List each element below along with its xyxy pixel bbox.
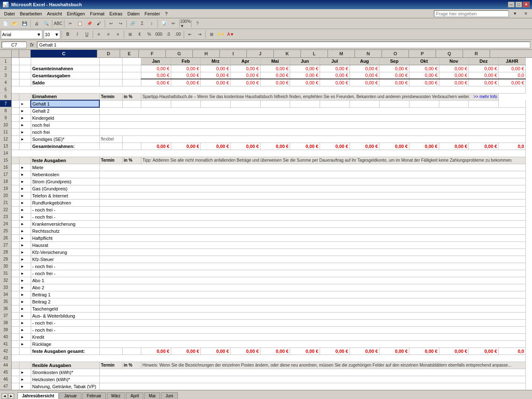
cell-M2[interactable]: 0,00 € — [350, 65, 379, 72]
cell-B4[interactable] — [19, 79, 31, 86]
row-num-47[interactable]: 47 — [0, 383, 11, 390]
cell-D11-plus[interactable] — [99, 128, 525, 135]
cell-L2[interactable]: 0,00 € — [320, 65, 350, 72]
cell-D15[interactable]: Termin — [99, 157, 122, 164]
cell-M3[interactable]: 0,00 € — [350, 72, 379, 79]
cell-N13[interactable]: 0,00 € — [379, 143, 409, 150]
cell-reference-input[interactable] — [2, 42, 27, 48]
menu-help[interactable]: ? — [163, 10, 170, 17]
cell-N1[interactable]: Sep — [379, 58, 409, 65]
col-header-O[interactable]: O — [382, 50, 409, 57]
italic-button[interactable]: I — [73, 30, 82, 39]
zoom-dropdown[interactable]: 100% ▼ — [181, 19, 190, 28]
cell-B11[interactable]: ► — [19, 128, 31, 135]
search-button[interactable]: ▼ — [510, 9, 520, 18]
cell-J13[interactable]: 0,00 € — [260, 143, 290, 150]
cell-C4[interactable]: Saldo — [31, 79, 99, 86]
increase-decimal-button[interactable]: .0 — [164, 30, 173, 39]
row-num-6[interactable]: 6 — [0, 93, 11, 100]
cell-N42[interactable]: 0,00 € — [379, 347, 409, 355]
cell-G1[interactable]: Feb — [171, 58, 201, 65]
cell-I2[interactable]: 0,00 € — [230, 65, 260, 72]
cell-A7[interactable] — [12, 100, 19, 107]
row-num-28[interactable]: 28 — [0, 249, 11, 256]
cell-O7[interactable] — [409, 100, 439, 107]
cell-C18[interactable]: Strom (Grundpreis) — [31, 178, 99, 185]
cell-O1[interactable]: Okt — [409, 58, 439, 65]
cell-C39[interactable]: - noch frei - — [31, 326, 99, 333]
cell-row43[interactable] — [12, 355, 525, 362]
cell-A12[interactable] — [12, 135, 19, 143]
cell-row14[interactable] — [12, 150, 525, 157]
cell-H13[interactable]: 0,00 € — [201, 143, 231, 150]
col-header-B[interactable] — [19, 50, 31, 57]
cell-B44[interactable] — [19, 362, 31, 369]
row-num-10[interactable]: 10 — [0, 121, 11, 128]
cell-L1[interactable]: Jul — [320, 58, 350, 65]
cell-M1[interactable]: Aug — [350, 58, 379, 65]
cell-O4[interactable]: 0,00 € — [409, 79, 439, 86]
cell-D4[interactable] — [99, 79, 122, 86]
formula-input[interactable] — [37, 42, 530, 48]
cell-O3[interactable]: 0,00 € — [409, 72, 439, 79]
tab-januar[interactable]: Januar — [59, 392, 81, 399]
underline-button[interactable]: U — [82, 30, 91, 39]
row-num-2[interactable]: 2 — [0, 65, 11, 72]
cell-I1[interactable]: Apr — [230, 58, 260, 65]
cell-Q4[interactable]: 0,00 € — [469, 79, 499, 86]
align-center-button[interactable]: ≡ — [104, 30, 113, 39]
cell-D9-plus[interactable] — [99, 114, 525, 121]
cell-C24[interactable]: Krankenversicherung — [31, 220, 99, 227]
row-num-36[interactable]: 36 — [0, 305, 11, 312]
cell-E1[interactable] — [122, 58, 141, 65]
align-right-button[interactable]: ≡ — [113, 30, 123, 39]
cell-E4[interactable] — [122, 79, 141, 86]
cell-C45[interactable]: Stromkosten (kWh)* — [31, 369, 99, 376]
cell-H4[interactable]: 0,00 € — [201, 79, 231, 86]
cell-C21[interactable]: Rundfunkgebühren — [31, 199, 99, 206]
cell-A4[interactable] — [12, 79, 19, 86]
cell-C34[interactable]: Beitrag 1 — [31, 291, 99, 298]
cell-G13[interactable]: 0,00 € — [171, 143, 201, 150]
cell-L13[interactable]: 0,00 € — [320, 143, 350, 150]
cell-K7[interactable] — [290, 100, 320, 107]
close-button[interactable]: ✕ — [523, 2, 530, 7]
cell-F13[interactable]: 0,00 € — [141, 143, 171, 150]
row-num-43[interactable]: 43 — [0, 355, 11, 362]
cut-button[interactable]: ✂ — [66, 19, 75, 28]
print-preview-button[interactable]: 🔍 — [42, 19, 51, 28]
cell-R1[interactable]: JAHR — [498, 58, 525, 65]
cell-A9[interactable] — [12, 114, 19, 121]
cell-A3[interactable] — [12, 72, 19, 79]
cell-E13[interactable] — [122, 143, 141, 150]
menu-bearbeiten[interactable]: Bearbeiten — [17, 10, 44, 17]
font-dropdown[interactable]: Arial▼ — [1, 30, 42, 39]
cell-D42[interactable] — [99, 347, 122, 355]
cell-E42[interactable] — [122, 347, 141, 355]
cell-B7[interactable]: ► — [19, 100, 31, 107]
undo-button[interactable]: ↩ — [106, 19, 116, 28]
cell-C26[interactable]: Haftpflicht — [31, 234, 99, 241]
cell-R2[interactable]: 0,00 € — [498, 65, 525, 72]
col-header-R[interactable]: R — [463, 50, 490, 57]
cell-B13[interactable] — [19, 143, 31, 150]
cell-D2[interactable] — [99, 65, 122, 72]
grid-main[interactable]: Jan Feb Mrz Apr Mai Jun Jul Aug Sep Okt … — [12, 58, 532, 390]
cell-D13[interactable] — [99, 143, 122, 150]
bold-button[interactable]: B — [63, 30, 72, 39]
cell-C47[interactable]: Nahrung, Getränke, Tabak (VP) — [31, 383, 99, 390]
row-num-8[interactable]: 8 — [0, 107, 11, 114]
row-num-42[interactable]: 42 — [0, 347, 11, 355]
cell-I13[interactable]: 0,00 € — [230, 143, 260, 150]
drawing-button[interactable]: ✏ — [169, 19, 178, 28]
cell-J1[interactable]: Mai — [260, 58, 290, 65]
row-num-21[interactable]: 21 — [0, 199, 11, 206]
tab-februar[interactable]: Februar — [82, 392, 106, 399]
row-num-31[interactable]: 31 — [0, 270, 11, 277]
cell-M42[interactable]: 0,00 € — [350, 347, 379, 355]
cell-F4[interactable]: 0,00 € — [141, 79, 171, 86]
cell-G2[interactable]: 0,00 € — [171, 65, 201, 72]
cell-L42[interactable]: 0,00 € — [320, 347, 350, 355]
cell-C32[interactable]: Abo 1 — [31, 277, 99, 284]
cell-C36[interactable]: Taschengeld — [31, 305, 99, 312]
